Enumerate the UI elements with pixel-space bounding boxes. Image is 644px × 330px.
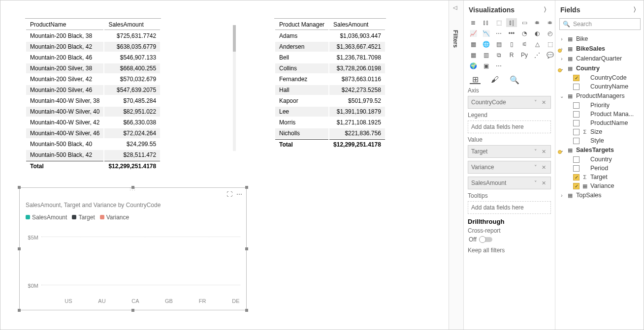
tooltips-well[interactable]: Add data fields here xyxy=(468,201,551,214)
visual-type-icon[interactable]: 🌍 xyxy=(468,61,479,70)
table-node[interactable]: ›▦TopSales xyxy=(559,190,641,200)
visual-type-icon[interactable]: △ xyxy=(532,40,543,49)
table-row[interactable]: Mountain-500 Black, 40$24,299.55 xyxy=(26,139,160,149)
table-row[interactable]: Kapoor$501,979.52 xyxy=(275,96,385,106)
visual-type-icon[interactable]: ••• xyxy=(506,29,517,38)
focus-mode-icon[interactable]: ⛶ xyxy=(226,191,232,198)
table-row[interactable]: Nicholls$221,836.756 xyxy=(275,128,385,138)
visual-type-icon[interactable]: 💬 xyxy=(545,51,555,60)
visual-type-icon[interactable]: ◴ xyxy=(545,29,555,38)
table-node[interactable]: ⌄▦SalesTargets xyxy=(559,145,641,155)
field-item[interactable]: ✓CountryCode xyxy=(559,73,641,82)
field-checkbox[interactable] xyxy=(573,138,580,144)
visual-type-icon[interactable]: 📈 xyxy=(468,29,479,38)
field-checkbox[interactable] xyxy=(573,156,580,163)
visual-type-icon[interactable]: ▦ xyxy=(468,40,479,49)
visual-type-icon[interactable]: R xyxy=(506,51,517,60)
chart-plot-area[interactable]: $5M$0MUSAUCAGBFRDE xyxy=(41,225,240,295)
visual-type-icon[interactable]: ⬚ xyxy=(545,40,555,49)
visual-type-icon[interactable]: 🌐 xyxy=(481,40,491,49)
format-tab[interactable]: 🖌 xyxy=(489,75,500,84)
table-row[interactable]: Hall$242,273.5258 xyxy=(275,85,385,95)
field-checkbox[interactable] xyxy=(573,111,580,118)
field-item[interactable]: ✓ΣTarget xyxy=(559,173,641,181)
visual-type-icon[interactable]: ▤ xyxy=(493,40,504,49)
legend-well[interactable]: Add data fields here xyxy=(468,120,551,133)
table-row[interactable]: Mountain-500 Black, 42$28,511.472 xyxy=(26,150,160,160)
table-row[interactable]: Collins$3,728,206.0198 xyxy=(275,63,385,73)
visual-type-icon[interactable]: ≣ xyxy=(468,18,479,27)
visual-type-icon[interactable]: ⋯ xyxy=(493,61,504,70)
visual-type-icon[interactable]: ⧉ xyxy=(493,51,504,60)
table-row[interactable]: Mountain-200 Silver, 38$668,400.255 xyxy=(26,63,160,73)
value-well[interactable]: Variance˅ ✕ xyxy=(468,161,551,174)
value-well[interactable]: SalesAmount˅ ✕ xyxy=(468,177,551,189)
field-checkbox[interactable] xyxy=(573,120,580,126)
field-checkbox[interactable] xyxy=(573,84,580,90)
visual-type-icon[interactable]: 📉 xyxy=(481,29,491,38)
field-checkbox[interactable]: ✓ xyxy=(573,174,580,180)
expand-filters-icon[interactable]: ◁ xyxy=(453,4,457,11)
table-row[interactable]: Mountain-200 Black, 46$546,907.133 xyxy=(26,53,160,62)
analytics-tab[interactable]: 🔍 xyxy=(509,75,520,84)
visual-type-icon[interactable]: ▣ xyxy=(481,61,491,70)
visual-type-icon[interactable]: ▭ xyxy=(519,18,530,27)
table-row[interactable]: Bell$1,236,781.7098 xyxy=(275,53,385,62)
well-actions-icon[interactable]: ˅ ✕ xyxy=(534,99,547,106)
table-row[interactable]: Mountain-200 Silver, 46$547,639.2075 xyxy=(26,85,160,95)
more-options-icon[interactable]: ⋯ xyxy=(236,191,242,198)
visual-type-icon[interactable]: ⬚ xyxy=(493,18,504,27)
collapse-vis-icon[interactable]: 〉 xyxy=(544,5,550,14)
collapse-fields-icon[interactable]: 〉 xyxy=(633,5,640,14)
table-row[interactable]: Mountain-400-W Silver, 38$70,485.284 xyxy=(26,96,160,106)
fields-tab[interactable]: ⊞ xyxy=(470,75,481,84)
axis-well[interactable]: CountryCode˅ ✕ xyxy=(468,96,551,109)
field-item[interactable]: ✓▦Variance xyxy=(559,181,641,190)
field-checkbox[interactable] xyxy=(573,165,580,172)
well-actions-icon[interactable]: ˅ ✕ xyxy=(534,149,547,155)
field-item[interactable]: Style xyxy=(559,136,641,145)
visual-type-icon[interactable]: ⩨ xyxy=(545,18,555,27)
visual-type-icon[interactable]: ⋰ xyxy=(532,51,543,60)
visual-type-icon[interactable]: ◐ xyxy=(532,29,543,38)
field-item[interactable]: Priority xyxy=(559,101,641,110)
drag-grip-icon[interactable]: ::: xyxy=(129,186,136,191)
table-row[interactable]: Mountain-200 Black, 42$638,035.6779 xyxy=(26,42,160,52)
table-row[interactable]: Andersen$1,363,667.4521 xyxy=(275,42,385,52)
table-row[interactable]: Morris$1,271,108.1925 xyxy=(275,118,385,127)
table-row[interactable]: Mountain-200 Black, 38$725,631.7742 xyxy=(26,31,160,41)
fields-search[interactable]: 🔍 Search xyxy=(559,18,641,30)
clustered-column-chart[interactable]: ::: ⛶ ⋯ SalesAmount, Target and Variance… xyxy=(19,187,247,310)
table-node[interactable]: ›▦CalendarQuarter xyxy=(559,54,641,63)
visual-type-icon[interactable]: ⩩ xyxy=(532,18,543,27)
report-canvas[interactable]: ProductName SalesAmount Mountain-200 Bla… xyxy=(0,0,449,330)
visual-type-icon[interactable]: ▯ xyxy=(506,40,517,49)
table-row[interactable]: Mountain-400-W Silver, 46$72,024.264 xyxy=(26,128,160,138)
field-item[interactable]: CountryName xyxy=(559,82,641,91)
visual-type-icon[interactable]: ⚟ xyxy=(519,40,530,49)
visual-type-icon[interactable]: ◔ xyxy=(519,29,530,38)
filters-pane-collapsed[interactable]: ◁ Filters xyxy=(449,0,463,330)
table-node[interactable]: ⌄▦Country xyxy=(559,63,641,73)
visual-type-icon[interactable]: ⫿| xyxy=(506,18,517,27)
value-well[interactable]: Target˅ ✕ xyxy=(468,145,551,158)
table-row[interactable]: Adams$1,036,903.447 xyxy=(275,31,385,41)
col-salesamount[interactable]: SalesAmount xyxy=(329,20,385,30)
col-productname[interactable]: ProductName xyxy=(26,20,103,30)
table-scrollbar[interactable] xyxy=(233,25,236,151)
field-checkbox[interactable]: ✓ xyxy=(573,183,580,189)
visual-type-icon[interactable]: ▥ xyxy=(481,51,491,60)
field-checkbox[interactable]: ✓ xyxy=(573,75,580,81)
table-row[interactable]: Mountain-400-W Silver, 40$82,951.022 xyxy=(26,107,160,117)
table-node[interactable]: ⌄▦ProductManagers xyxy=(559,91,641,101)
table-row[interactable]: Fernandez$873,663.0116 xyxy=(275,74,385,84)
field-item[interactable]: Period xyxy=(559,164,641,173)
visual-type-icon[interactable]: ⫿⫿ xyxy=(481,18,491,27)
field-item[interactable]: Country xyxy=(559,155,641,164)
product-sales-table[interactable]: ProductName SalesAmount Mountain-200 Bla… xyxy=(25,18,161,172)
manager-sales-table[interactable]: Product Manager SalesAmount Adams$1,036,… xyxy=(274,18,386,150)
table-node[interactable]: ›▦Bike xyxy=(559,34,641,44)
table-row[interactable]: Lee$1,391,190.1879 xyxy=(275,107,385,117)
table-node[interactable]: ›▦BikeSales xyxy=(559,44,641,54)
field-item[interactable]: Product Mana... xyxy=(559,110,641,119)
